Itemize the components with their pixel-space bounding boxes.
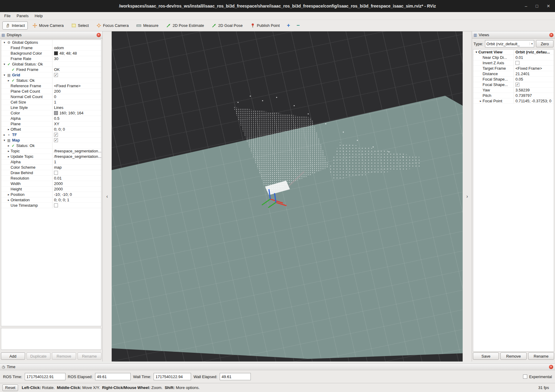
property-row[interactable]: Reference Frame<Fixed Frame>: [1, 83, 101, 89]
measure-button[interactable]: Measure: [133, 21, 161, 30]
property-row[interactable]: ▸Orientation0; 0; 0; 1: [1, 197, 101, 203]
expand-arrow-icon[interactable]: ▸: [7, 198, 11, 202]
property-row[interactable]: Target Frame<Fixed Frame>: [473, 66, 554, 71]
property-row[interactable]: ▾✓Global Status: Ok: [1, 62, 101, 67]
select-button[interactable]: Select: [69, 21, 92, 30]
collapse-arrow-icon[interactable]: ▾: [2, 41, 6, 44]
checkbox[interactable]: [515, 61, 519, 65]
property-row[interactable]: ▾⚙Global Options: [1, 40, 101, 45]
property-row[interactable]: PlaneXY: [1, 121, 101, 127]
checkbox[interactable]: ✓: [515, 83, 519, 87]
property-row[interactable]: ▸Offset0; 0; 0: [1, 127, 101, 132]
view-type-dropdown[interactable]: Orbit (rviz_default_ ▾: [485, 40, 534, 47]
property-row[interactable]: Pitch0.739797: [473, 93, 554, 98]
property-row[interactable]: Focal Shape...0.05: [473, 77, 554, 82]
property-row[interactable]: ▸Update Topic/freespace_segmentation...: [1, 154, 101, 159]
property-row[interactable]: Color160; 160; 164: [1, 110, 101, 116]
property-name: Focal Point: [483, 99, 502, 103]
property-row[interactable]: ✓Fixed FrameOK: [1, 67, 101, 72]
property-row[interactable]: ▾▩Map✓: [1, 138, 101, 143]
property-row[interactable]: Alpha1: [1, 159, 101, 165]
collapse-arrow-icon[interactable]: ▾: [2, 62, 6, 66]
reset-button[interactable]: Reset: [2, 384, 18, 391]
expand-arrow-icon[interactable]: ▸: [479, 99, 483, 103]
property-row[interactable]: ▸Focal Point0.71145; -0.37253; 0: [473, 98, 554, 104]
expand-arrow-icon[interactable]: ▸: [7, 149, 11, 153]
add-button[interactable]: Add: [1, 352, 25, 360]
property-row[interactable]: Use Timestamp: [1, 203, 101, 208]
time-close-button[interactable]: ✕: [549, 365, 553, 369]
property-row[interactable]: Background Color48; 48; 48: [1, 51, 101, 56]
collapse-arrow-icon[interactable]: ▾: [2, 139, 6, 142]
property-row[interactable]: Fixed Frameodom: [1, 45, 101, 51]
color-swatch[interactable]: [54, 51, 58, 55]
rename-button[interactable]: Rename: [528, 352, 554, 360]
collapse-arrow-icon[interactable]: ▾: [2, 73, 6, 77]
property-row[interactable]: Invert Z Axis: [473, 60, 554, 66]
property-row[interactable]: ▸✓Status: Ok: [1, 78, 101, 83]
ros-time-input[interactable]: [25, 373, 65, 380]
property-row[interactable]: Width2000: [1, 181, 101, 186]
3d-viewport[interactable]: [112, 31, 463, 362]
minimize-button[interactable]: –: [525, 4, 527, 8]
menu-file[interactable]: File: [1, 13, 14, 19]
property-row[interactable]: Line StyleLines: [1, 105, 101, 110]
property-row[interactable]: ▸⌖TF✓: [1, 132, 101, 138]
ros-elapsed-input[interactable]: [95, 373, 131, 380]
save-button[interactable]: Save: [473, 352, 499, 360]
checkbox[interactable]: ✓: [54, 73, 58, 77]
menu-panels[interactable]: Panels: [14, 13, 32, 19]
property-row[interactable]: Focal Shape...✓: [473, 82, 554, 88]
add-tool-button[interactable]: +: [285, 22, 292, 30]
property-row[interactable]: Cell Size1: [1, 100, 101, 105]
interact-button[interactable]: Interact: [2, 21, 28, 30]
wall-elapsed-input[interactable]: [220, 373, 251, 380]
publish-point-button[interactable]: Publish Point: [247, 21, 283, 30]
property-row[interactable]: ▸Topic/freespace_segmentation...: [1, 148, 101, 154]
experimental-checkbox[interactable]: [523, 374, 527, 379]
expand-arrow-icon[interactable]: ▸: [7, 128, 11, 131]
property-row[interactable]: Distance21.2401: [473, 71, 554, 77]
property-row[interactable]: ▸Position-10; -10; 0: [1, 192, 101, 197]
property-row[interactable]: Normal Cell Count0: [1, 94, 101, 100]
zero-button[interactable]: Zero: [536, 40, 553, 47]
menu-help[interactable]: Help: [32, 13, 46, 19]
property-row[interactable]: Frame Rate30: [1, 56, 101, 62]
checkbox[interactable]: [54, 171, 58, 175]
property-row[interactable]: Color Schememap: [1, 165, 101, 170]
property-row[interactable]: Yaw3.58239: [473, 88, 554, 93]
property-row[interactable]: ▾Current ViewOrbit (rviz_defau...: [473, 49, 554, 55]
property-row[interactable]: Near Clip Di...0.01: [473, 55, 554, 60]
expand-arrow-icon[interactable]: ▸: [7, 155, 11, 158]
close-button[interactable]: ✕: [547, 4, 550, 8]
remove-button[interactable]: Remove: [500, 352, 526, 360]
collapse-arrow-icon[interactable]: ▾: [474, 50, 478, 54]
expand-arrow-icon[interactable]: ▸: [7, 144, 11, 147]
expand-arrow-icon[interactable]: ▸: [7, 79, 11, 82]
property-row[interactable]: Plane Cell Count200: [1, 89, 101, 94]
checkbox[interactable]: ✓: [54, 138, 58, 142]
right-panel-collapse-handle[interactable]: ›: [463, 31, 472, 362]
property-row[interactable]: Alpha0.5: [1, 116, 101, 121]
property-row[interactable]: Resolution0.01: [1, 176, 101, 181]
expand-arrow-icon[interactable]: ▸: [7, 193, 11, 196]
property-row[interactable]: Height2000: [1, 186, 101, 192]
views-close-button[interactable]: ✕: [549, 33, 553, 37]
property-row[interactable]: ▾▦Grid✓: [1, 72, 101, 78]
property-row[interactable]: ▸✓Status: Ok: [1, 143, 101, 148]
checkbox[interactable]: [54, 203, 58, 207]
views-panel-title: Views: [479, 33, 549, 37]
2d-goal-pose-button[interactable]: 2D Goal Pose: [209, 21, 246, 30]
displays-close-button[interactable]: ✕: [97, 33, 101, 37]
wall-time-input[interactable]: [154, 373, 191, 380]
left-panel-collapse-handle[interactable]: ‹: [103, 31, 112, 362]
remove-tool-button[interactable]: −: [294, 22, 302, 30]
color-swatch[interactable]: [54, 111, 58, 115]
expand-arrow-icon[interactable]: ▸: [2, 133, 6, 136]
checkbox[interactable]: ✓: [54, 133, 58, 137]
focus-camera-button[interactable]: Focus Camera: [94, 21, 132, 30]
property-row[interactable]: Draw Behind: [1, 170, 101, 176]
2d-pose-estimate-button[interactable]: 2D Pose Estimate: [163, 21, 207, 30]
maximize-button[interactable]: □: [536, 4, 538, 8]
move-camera-button[interactable]: Move Camera: [30, 21, 67, 30]
